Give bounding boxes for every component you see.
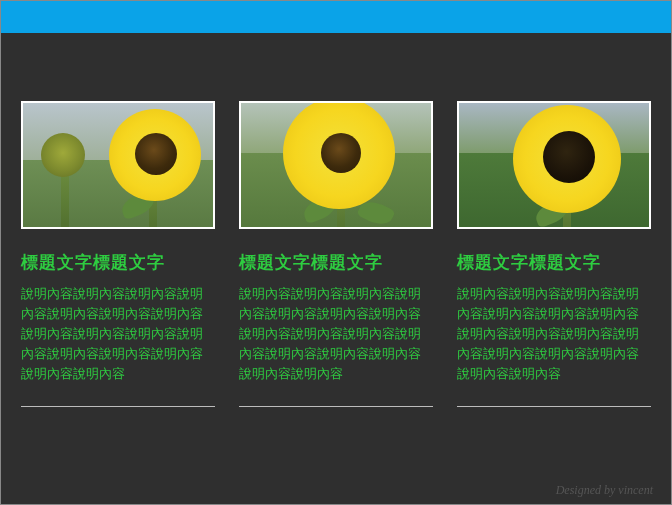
card-row: 標題文字標題文字 說明內容說明內容說明內容說明內容說明內容說明內容說明內容說明內… (1, 33, 671, 407)
card-title: 標題文字標題文字 (21, 251, 215, 274)
card: 標題文字標題文字 說明內容說明內容說明內容說明內容說明內容說明內容說明內容說明內… (457, 101, 651, 407)
card-divider (457, 406, 651, 407)
card-divider (21, 406, 215, 407)
card-divider (239, 406, 433, 407)
card: 標題文字標題文字 說明內容說明內容說明內容說明內容說明內容說明內容說明內容說明內… (239, 101, 433, 407)
top-accent-bar (1, 1, 671, 33)
card: 標題文字標題文字 說明內容說明內容說明內容說明內容說明內容說明內容說明內容說明內… (21, 101, 215, 407)
footer-credit: Designed by vincent (556, 483, 653, 498)
card-image (239, 101, 433, 229)
card-image (457, 101, 651, 229)
card-body: 說明內容說明內容說明內容說明內容說明內容說明內容說明內容說明內容說明內容說明內容… (21, 284, 215, 384)
card-body: 說明內容說明內容說明內容說明內容說明內容說明內容說明內容說明內容說明內容說明內容… (239, 284, 433, 384)
card-title: 標題文字標題文字 (457, 251, 651, 274)
card-title: 標題文字標題文字 (239, 251, 433, 274)
card-image (21, 101, 215, 229)
card-body: 說明內容說明內容說明內容說明內容說明內容說明內容說明內容說明內容說明內容說明內容… (457, 284, 651, 384)
